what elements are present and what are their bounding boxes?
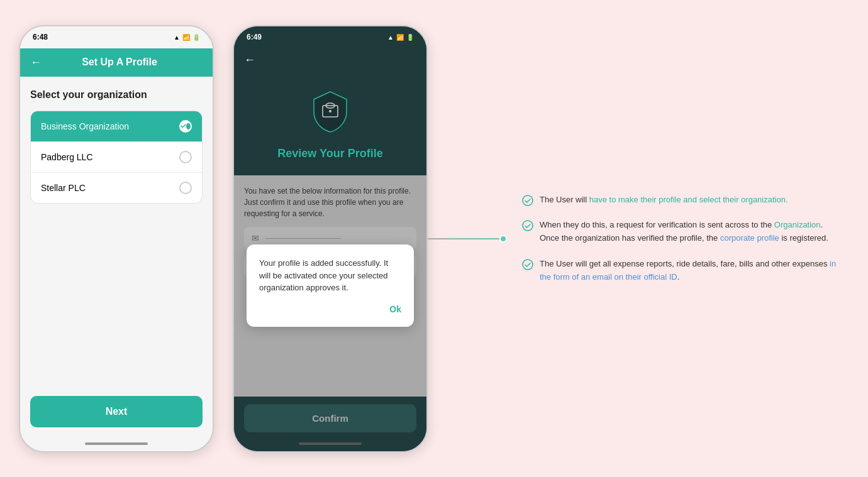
radio-check-padberg (179, 151, 192, 163)
annotation-item-3: The User will get all expense reports, r… (522, 258, 837, 284)
back-button[interactable]: ← (30, 56, 42, 69)
annotation-1-part2: have to make their profile and select th… (589, 195, 788, 204)
phone2-hero: Review Your Profile (234, 74, 426, 175)
annotation-3-part3: . (677, 272, 680, 282)
phone1: 6:48 ▲ 📶 🔋 ← Set Up A Profile Select you… (19, 25, 214, 452)
home-bar (85, 442, 148, 445)
annotation-text-1: The User will have to make their profile… (540, 194, 788, 207)
org-name-business: Business Organization (41, 121, 129, 131)
check-icon-1 (522, 195, 533, 206)
phone1-notch (85, 26, 148, 40)
annotation-item-2: When they do this, a request for verific… (522, 219, 837, 245)
annotation-panel: The User will have to make their profile… (503, 181, 849, 297)
connector-line (428, 238, 503, 239)
phone2-time: 6:49 (247, 33, 262, 41)
phone1-status-icons: ▲ 📶 🔋 (174, 34, 200, 41)
home-indicator (20, 437, 213, 451)
radio-check-stellar (179, 182, 192, 194)
battery-icon: 🔋 (192, 34, 200, 41)
dialog-ok-button[interactable]: Ok (259, 304, 401, 314)
phone2: 6:49 ▲ 📶 🔋 ← Review Your Profile (233, 25, 428, 452)
annotation-1-part1: The User will (540, 195, 589, 204)
org-name-padberg: Padberg LLC (41, 152, 93, 162)
phone2-body: You have set the below information for t… (234, 175, 426, 397)
dialog-overlay: Your profile is added successfully. It w… (234, 175, 426, 397)
annotation-2-part5: is registered. (779, 233, 828, 243)
dialog-box: Your profile is added successfully. It w… (247, 244, 414, 327)
connector-dot (499, 235, 507, 243)
annotation-2-part1: When they do this, a request for verific… (540, 220, 774, 229)
svg-point-2 (329, 110, 331, 112)
svg-point-5 (523, 260, 533, 270)
phone2-footer: Confirm (234, 397, 426, 437)
phone2-back-button[interactable]: ← (244, 53, 255, 67)
phone2-nav: ← (234, 48, 426, 74)
phone1-time: 6:48 (33, 33, 48, 41)
org-item-stellar[interactable]: Stellar PLC (31, 173, 202, 203)
org-item-business[interactable]: Business Organization (31, 111, 202, 142)
svg-point-4 (523, 221, 533, 231)
annotation-text-2: When they do this, a request for verific… (540, 219, 837, 245)
org-item-padberg[interactable]: Padberg LLC (31, 142, 202, 173)
select-org-label: Select your organization (30, 89, 203, 101)
annotation-text-3: The User will get all expense reports, r… (540, 258, 837, 284)
phone1-header: ← Set Up A Profile (20, 48, 213, 77)
phone2-status-icons: ▲ 📶 🔋 (387, 34, 414, 41)
wifi-icon: 📶 (182, 34, 190, 41)
review-title: Review Your Profile (277, 147, 382, 160)
annotation-2-part2: Organization (774, 220, 821, 229)
confirm-button[interactable]: Confirm (244, 404, 416, 432)
org-list: Business Organization Padberg LLC Stella… (30, 111, 203, 204)
annotation-2-part4: corporate profile (720, 233, 779, 243)
location-icon: ▲ (174, 34, 180, 41)
phone1-title: Set Up A Profile (49, 57, 190, 68)
dialog-message: Your profile is added successfully. It w… (259, 257, 401, 294)
location-icon2: ▲ (387, 34, 394, 41)
wifi-icon2: 📶 (396, 34, 404, 41)
phone2-notch (299, 26, 362, 40)
svg-point-3 (523, 195, 533, 206)
next-button[interactable]: Next (30, 396, 203, 427)
phone2-home-indicator (234, 437, 426, 451)
phone2-home-bar (299, 442, 362, 445)
annotation-3-part1: The User will get all expense reports, r… (540, 259, 830, 268)
check-icon-2 (522, 220, 533, 231)
phone1-body: Select your organization Business Organi… (20, 77, 213, 386)
shield-icon (305, 87, 355, 137)
phones-container: 6:48 ▲ 📶 🔋 ← Set Up A Profile Select you… (19, 25, 428, 452)
battery-icon2: 🔋 (406, 34, 414, 41)
annotation-item-1: The User will have to make their profile… (522, 194, 837, 207)
org-name-stellar: Stellar PLC (41, 183, 86, 193)
phone1-footer: Next (20, 386, 213, 437)
radio-check-business (179, 120, 192, 133)
check-icon-3 (522, 259, 533, 270)
